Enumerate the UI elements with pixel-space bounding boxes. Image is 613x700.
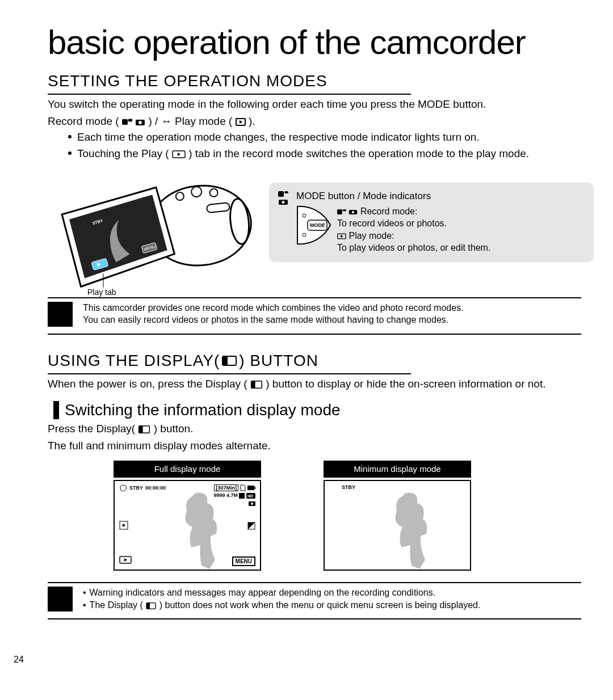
divider bbox=[48, 334, 581, 335]
svg-rect-33 bbox=[222, 356, 228, 365]
svg-rect-40 bbox=[239, 493, 245, 499]
svg-point-22 bbox=[282, 201, 285, 204]
svg-point-28 bbox=[344, 209, 346, 212]
person-silhouette bbox=[380, 490, 437, 570]
hd-icon: HD bbox=[246, 493, 255, 499]
body-text: You switch the operating mode in the fol… bbox=[48, 97, 581, 112]
subheading-switching: Switching the information display mode bbox=[53, 401, 613, 419]
video-icon bbox=[278, 191, 288, 197]
play-icon bbox=[337, 233, 346, 239]
display-icon bbox=[250, 381, 263, 389]
svg-point-44 bbox=[251, 503, 253, 505]
svg-rect-35 bbox=[251, 381, 255, 387]
play-tab-icon bbox=[172, 150, 186, 158]
full-display-screen: STBY 00:00:00 [307Min] 9999 4.7M HD bbox=[114, 480, 261, 571]
mode-button-graphic: MODE bbox=[296, 205, 331, 245]
display-mode-figures: Full display mode STBY 00:00:00 [307Min] bbox=[114, 461, 613, 571]
svg-rect-39 bbox=[254, 487, 255, 489]
camcorder-figure: STBY MENU Play tab bbox=[48, 171, 252, 290]
min-display-screen: STBY bbox=[324, 480, 471, 571]
page-number: 24 bbox=[14, 655, 24, 665]
body-text: The full and minimum display modes alter… bbox=[48, 438, 581, 453]
svg-rect-26 bbox=[337, 209, 342, 214]
video-icon bbox=[122, 118, 132, 126]
menu-button: MENU bbox=[232, 556, 255, 566]
note-icon bbox=[48, 587, 73, 612]
svg-rect-0 bbox=[122, 119, 128, 125]
display-icon bbox=[145, 602, 157, 609]
bullet-item: Touching the Play ( ) tab in the record … bbox=[68, 146, 579, 161]
quick-menu-icon bbox=[119, 521, 128, 530]
body-text: Press the Display( ) button. bbox=[48, 421, 581, 436]
svg-rect-37 bbox=[139, 426, 143, 433]
camera-icon bbox=[278, 199, 288, 205]
svg-point-4 bbox=[138, 121, 142, 124]
svg-text:HD: HD bbox=[247, 494, 253, 498]
heading-display-button: USING THE DISPLAY( ) BUTTON bbox=[48, 352, 411, 374]
body-text: When the power is on, press the Display … bbox=[48, 377, 581, 391]
note-block: •Warning indicators and messages may app… bbox=[48, 587, 581, 612]
camera-icon bbox=[249, 500, 255, 506]
svg-rect-18 bbox=[278, 191, 284, 197]
min-display-title: Minimum display mode bbox=[324, 461, 471, 478]
svg-rect-38 bbox=[247, 486, 254, 490]
svg-point-30 bbox=[352, 211, 354, 213]
camera-icon bbox=[135, 118, 145, 126]
note-icon bbox=[48, 302, 73, 327]
contrast-icon bbox=[247, 522, 255, 530]
display-icon bbox=[222, 356, 237, 366]
person-icon bbox=[239, 493, 245, 499]
play-tab-icon bbox=[119, 556, 132, 564]
play-icon bbox=[236, 118, 246, 126]
divider bbox=[48, 618, 581, 619]
battery-icon bbox=[247, 486, 255, 490]
card-icon bbox=[240, 484, 246, 491]
video-icon bbox=[337, 209, 346, 215]
svg-rect-49 bbox=[146, 603, 150, 609]
note-block: This camcorder provides one record mode … bbox=[48, 302, 581, 327]
svg-point-20 bbox=[286, 191, 288, 193]
bullet-item: Each time the operation mode changes, th… bbox=[68, 130, 579, 145]
heading-operation-modes: SETTING THE OPERATION MODES bbox=[48, 72, 411, 95]
camera-icon bbox=[349, 209, 358, 215]
hand-icon bbox=[119, 484, 127, 491]
divider bbox=[48, 582, 581, 583]
display-icon bbox=[138, 425, 150, 433]
full-display-title: Full display mode bbox=[114, 461, 261, 478]
page-title: basic operation of the camcorder bbox=[48, 23, 613, 62]
play-tab-caption: Play tab bbox=[87, 288, 116, 297]
mode-button-label: MODE bbox=[310, 222, 325, 228]
mode-info-box: MODE button / Mode indicators MODE bbox=[269, 183, 594, 262]
mode-sequence-line: Record mode ( ) / ↔ Play mode ( ). bbox=[48, 114, 581, 129]
